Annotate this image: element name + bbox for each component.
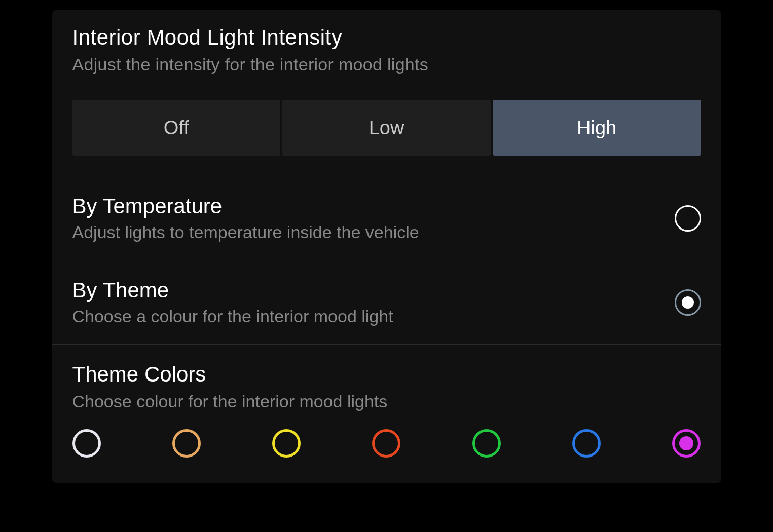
theme-colors-subtitle: Choose colour for the interior mood ligh… (72, 392, 701, 411)
by-temperature-subtitle: Adjust lights to temperature inside the … (72, 222, 675, 242)
intensity-section: Interior Mood Light Intensity Adjust the… (52, 10, 721, 176)
by-theme-text: By Theme Choose a colour for the interio… (72, 278, 675, 326)
color-swatch-white[interactable] (72, 429, 101, 458)
settings-container: Interior Mood Light Intensity Adjust the… (52, 10, 721, 483)
color-swatches-row (52, 411, 721, 483)
by-temperature-text: By Temperature Adjust lights to temperat… (72, 194, 675, 242)
by-theme-radio[interactable] (675, 289, 701, 316)
by-theme-subtitle: Choose a colour for the interior mood li… (72, 307, 675, 326)
theme-colors-section: Theme Colors Choose colour for the inter… (52, 345, 721, 411)
intensity-title: Interior Mood Light Intensity (72, 25, 701, 50)
by-theme-title: By Theme (72, 278, 675, 302)
intensity-option-high[interactable]: High (493, 100, 701, 156)
color-swatch-magenta[interactable] (672, 429, 701, 458)
color-swatch-green[interactable] (472, 429, 501, 458)
theme-colors-title: Theme Colors (72, 362, 701, 387)
by-temperature-title: By Temperature (72, 194, 675, 218)
color-swatch-blue[interactable] (572, 429, 601, 458)
by-theme-row[interactable]: By Theme Choose a colour for the interio… (52, 260, 721, 345)
settings-panel: Interior Mood Light Intensity Adjust the… (52, 10, 721, 483)
intensity-option-low[interactable]: Low (282, 100, 491, 156)
by-temperature-row[interactable]: By Temperature Adjust lights to temperat… (52, 176, 721, 260)
color-swatch-red[interactable] (372, 429, 400, 458)
intensity-subtitle: Adjust the intensity for the interior mo… (72, 55, 701, 74)
intensity-segmented-control: Off Low High (72, 100, 701, 156)
color-swatch-orange[interactable] (172, 429, 201, 458)
intensity-option-off[interactable]: Off (72, 100, 281, 156)
by-temperature-radio[interactable] (675, 205, 701, 232)
color-swatch-yellow[interactable] (272, 429, 301, 458)
